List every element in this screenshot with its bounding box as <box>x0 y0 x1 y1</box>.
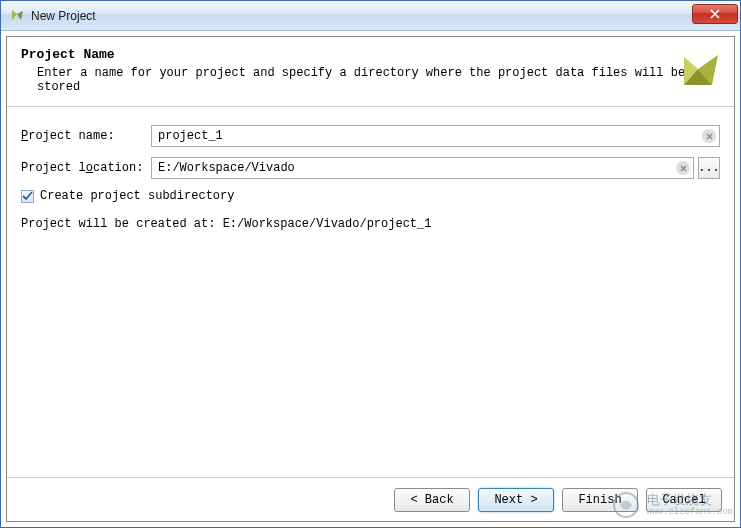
create-subdir-label: Create project subdirectory <box>40 189 234 203</box>
page-description: Enter a name for your project and specif… <box>37 66 720 94</box>
titlebar: New Project <box>1 1 740 31</box>
button-bar: < Back Next > Finish Cancel <box>7 477 734 521</box>
project-location-label: Project location: <box>21 161 151 175</box>
page-title: Project Name <box>21 47 720 62</box>
back-button[interactable]: < Back <box>394 488 470 512</box>
dialog-window: New Project Project Name Enter a name fo… <box>0 0 741 528</box>
project-name-input-wrap <box>151 125 720 147</box>
create-subdir-checkbox[interactable] <box>21 190 34 203</box>
clear-icon <box>680 165 687 172</box>
window-title: New Project <box>31 9 692 23</box>
project-location-input-wrap <box>151 157 694 179</box>
project-name-input[interactable] <box>151 125 720 147</box>
project-name-label: Project name: <box>21 129 151 143</box>
browse-button[interactable]: ... <box>698 157 720 179</box>
content-wrap: Project Name Enter a name for your proje… <box>1 31 740 527</box>
form-section: Project name: Project location: <box>7 107 734 477</box>
close-icon <box>710 9 720 19</box>
app-icon <box>9 8 25 24</box>
vivado-logo-icon <box>674 45 722 93</box>
create-subdir-row: Create project subdirectory <box>21 189 720 203</box>
inner-panel: Project Name Enter a name for your proje… <box>6 36 735 522</box>
clear-project-location-button[interactable] <box>676 161 690 175</box>
header-section: Project Name Enter a name for your proje… <box>7 37 734 107</box>
project-location-input[interactable] <box>151 157 694 179</box>
cancel-button[interactable]: Cancel <box>646 488 722 512</box>
clear-icon <box>706 133 713 140</box>
project-location-row: Project location: ... <box>21 157 720 179</box>
created-at-text: Project will be created at: E:/Workspace… <box>21 217 720 231</box>
checkmark-icon <box>22 191 33 201</box>
next-button[interactable]: Next > <box>478 488 554 512</box>
clear-project-name-button[interactable] <box>702 129 716 143</box>
close-button[interactable] <box>692 4 738 24</box>
project-name-row: Project name: <box>21 125 720 147</box>
finish-button[interactable]: Finish <box>562 488 638 512</box>
